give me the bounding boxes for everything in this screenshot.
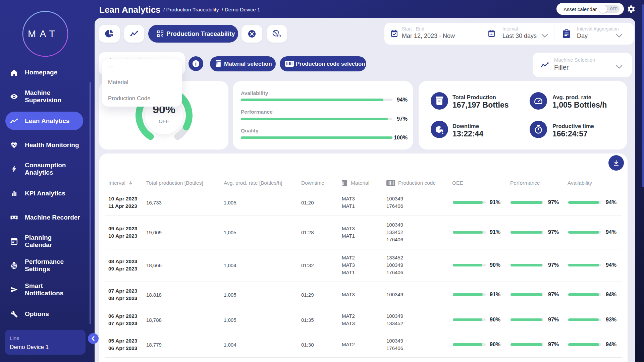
svg-text:OEE: OEE xyxy=(159,118,169,124)
svg-text:MAT: MAT xyxy=(28,28,59,39)
